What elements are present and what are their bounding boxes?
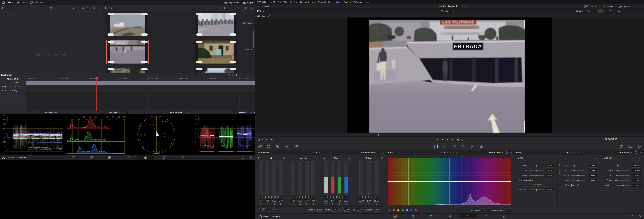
svg-text:1023: 1023	[194, 114, 198, 116]
svg-text:Y: Y	[145, 134, 146, 136]
svg-text:70: 70	[106, 116, 108, 118]
svg-text:30: 30	[83, 116, 85, 118]
svg-text:0: 0	[196, 150, 198, 152]
svg-text:768: 768	[3, 123, 6, 125]
svg-text:256: 256	[195, 141, 198, 143]
svg-text:896: 896	[195, 119, 198, 121]
svg-text:20: 20	[78, 116, 79, 118]
svg-text:1023: 1023	[2, 114, 6, 116]
svg-text:LAS FILIPINAS: LAS FILIPINAS	[442, 20, 474, 24]
svg-text:B: B	[168, 137, 170, 138]
svg-text:512: 512	[3, 132, 6, 134]
svg-text:LIQUIDACION DEFINITIVA: LIQUIDACION DEFINITIVA	[445, 32, 480, 35]
svg-text:128: 128	[3, 145, 6, 147]
svg-text:256: 256	[3, 141, 6, 143]
svg-text:LAS FILIPINAS: LAS FILIPINAS	[450, 26, 474, 29]
svg-text:G: G	[148, 146, 149, 147]
svg-text:0: 0	[5, 150, 6, 152]
svg-text:384: 384	[3, 137, 6, 138]
svg-text:40: 40	[89, 116, 91, 118]
svg-text:384: 384	[195, 137, 198, 138]
svg-text:10: 10	[72, 116, 74, 118]
svg-text:640: 640	[195, 128, 198, 129]
svg-text:896: 896	[3, 119, 6, 121]
svg-text:640: 640	[3, 128, 6, 129]
svg-text:60: 60	[100, 116, 102, 118]
svg-text:3D: 3D	[629, 146, 631, 147]
svg-text:ENTRADA: ENTRADA	[454, 44, 482, 49]
svg-text:100: 100	[123, 116, 126, 118]
svg-text:fx: fx	[620, 6, 621, 7]
svg-text:R: R	[154, 124, 156, 126]
svg-text:768: 768	[195, 123, 198, 125]
svg-text:0: 0	[66, 116, 67, 118]
svg-text:128: 128	[195, 145, 198, 147]
svg-text:C: C	[160, 147, 161, 149]
svg-text:512: 512	[195, 132, 198, 134]
svg-text:90: 90	[118, 116, 120, 118]
svg-text:80: 80	[112, 116, 114, 118]
svg-text:M: M	[166, 125, 168, 127]
svg-text:50: 50	[95, 116, 96, 118]
